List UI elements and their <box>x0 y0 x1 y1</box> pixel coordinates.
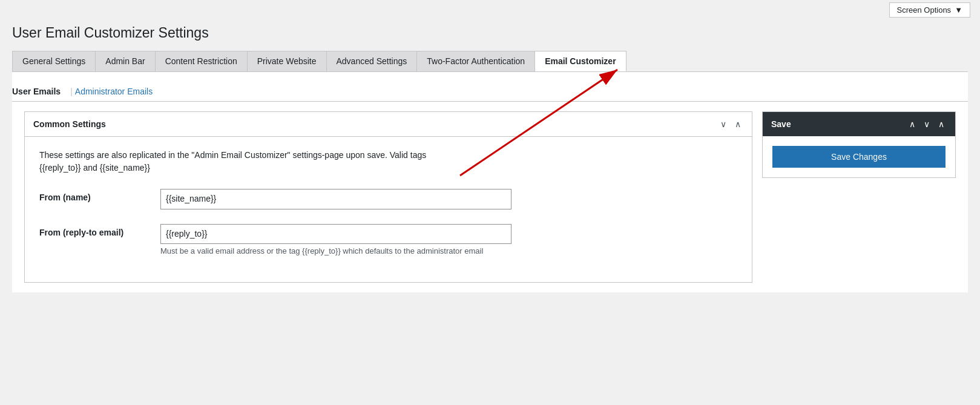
save-changes-button[interactable]: Save Changes <box>772 146 945 168</box>
save-panel-body: Save Changes <box>763 136 955 177</box>
panel-controls: ∨ ∧ <box>718 118 743 130</box>
save-panel: Save ∧ ∨ ∧ Save C <box>762 111 956 178</box>
tab-private-website[interactable]: Private Website <box>248 51 327 71</box>
from-email-input[interactable] <box>160 224 511 245</box>
common-settings-header: Common Settings ∨ ∧ <box>25 112 752 137</box>
page-title: User Email Customizer Settings <box>0 20 980 51</box>
common-settings-description: These settings are also replicated in th… <box>39 149 737 174</box>
screen-options-bar: Screen Options ▼ <box>0 0 980 20</box>
from-email-row: From (reply-to email) Must be a valid em… <box>39 224 737 256</box>
screen-options-button[interactable]: Screen Options ▼ <box>889 2 970 18</box>
tab-email-customizer[interactable]: Email Customizer <box>535 51 626 71</box>
tab-advanced-settings[interactable]: Advanced Settings <box>327 51 418 71</box>
common-settings-body: These settings are also replicated in th… <box>25 137 752 282</box>
from-email-field-wrapper: Must be a valid email address or the tag… <box>160 224 737 256</box>
tabs-container: General Settings Admin Bar Content Restr… <box>0 51 980 71</box>
main-layout: Common Settings ∨ ∧ These settings are a… <box>12 102 968 292</box>
panel-down-button[interactable]: ∨ <box>718 118 729 130</box>
tab-content-restriction[interactable]: Content Restriction <box>156 51 248 71</box>
sub-tabs: User Emails | Administrator Emails <box>12 82 968 102</box>
common-settings-panel: Common Settings ∨ ∧ These settings are a… <box>24 111 752 283</box>
panel-collapse-button[interactable]: ∧ <box>732 118 743 130</box>
save-panel-title: Save <box>771 119 791 129</box>
tab-two-factor-auth[interactable]: Two-Factor Authentication <box>417 51 535 71</box>
from-name-input[interactable] <box>160 189 511 209</box>
from-email-label: From (reply-to email) <box>39 224 160 237</box>
tab-general-settings[interactable]: General Settings <box>12 51 96 71</box>
save-panel-controls: ∧ ∨ ∧ <box>907 118 947 130</box>
screen-options-label: Screen Options <box>897 5 952 15</box>
from-name-field-wrapper <box>160 189 737 209</box>
save-panel-down-button[interactable]: ∨ <box>921 118 932 130</box>
tab-content-area: User Emails | Administrator Emails Commo… <box>12 71 968 292</box>
sub-tab-user-emails[interactable]: User Emails <box>12 87 68 96</box>
common-settings-title: Common Settings <box>33 119 106 129</box>
from-email-hint: Must be a valid email address or the tag… <box>160 246 737 255</box>
screen-options-chevron: ▼ <box>955 5 962 15</box>
save-panel-header: Save ∧ ∨ ∧ <box>763 112 955 136</box>
tab-admin-bar[interactable]: Admin Bar <box>96 51 155 71</box>
sub-tab-administrator-emails[interactable]: Administrator Emails <box>75 87 160 96</box>
from-name-label: From (name) <box>39 189 160 202</box>
save-panel-up-button[interactable]: ∧ <box>907 118 918 130</box>
save-panel-collapse-button[interactable]: ∧ <box>936 118 947 130</box>
from-name-row: From (name) <box>39 189 737 209</box>
